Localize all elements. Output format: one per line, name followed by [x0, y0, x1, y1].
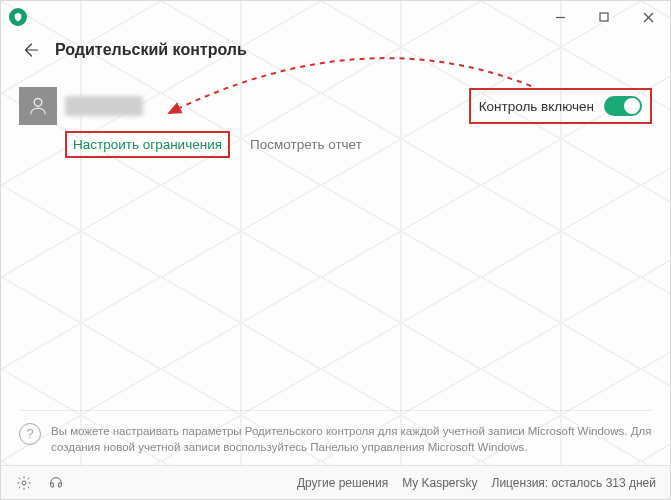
my-kaspersky-link[interactable]: My Kaspersky — [402, 476, 477, 490]
user-row: Контроль включен — [19, 87, 652, 125]
maximize-button[interactable] — [582, 3, 626, 31]
footer-tip-text: Вы можете настраивать параметры Родитель… — [51, 423, 652, 455]
footer-tip: ? Вы можете настраивать параметры Родите… — [19, 410, 652, 455]
info-icon: ? — [19, 423, 41, 445]
view-report-link[interactable]: Посмотреть отчет — [250, 137, 362, 152]
other-solutions-link[interactable]: Другие решения — [297, 476, 388, 490]
username-redacted — [65, 96, 143, 116]
configure-restrictions-link[interactable]: Настроить ограничения — [65, 131, 230, 158]
svg-rect-1 — [600, 13, 608, 21]
back-button[interactable] — [19, 39, 41, 61]
svg-point-5 — [22, 481, 26, 485]
minimize-button[interactable] — [538, 3, 582, 31]
bottom-bar: Другие решения My Kaspersky Лицензия: ос… — [1, 465, 670, 499]
settings-icon[interactable] — [15, 474, 33, 492]
support-icon[interactable] — [47, 474, 65, 492]
control-toggle-switch[interactable] — [604, 96, 642, 116]
titlebar — [1, 1, 670, 33]
svg-point-4 — [34, 98, 42, 106]
header: Родительский контроль — [1, 33, 670, 75]
control-toggle-label: Контроль включен — [479, 99, 594, 114]
page-title: Родительский контроль — [55, 41, 247, 59]
close-button[interactable] — [626, 3, 670, 31]
control-toggle-group: Контроль включен — [469, 88, 652, 124]
avatar — [19, 87, 57, 125]
license-link[interactable]: Лицензия: осталось 313 дней — [492, 476, 656, 490]
app-logo-icon — [9, 8, 27, 26]
